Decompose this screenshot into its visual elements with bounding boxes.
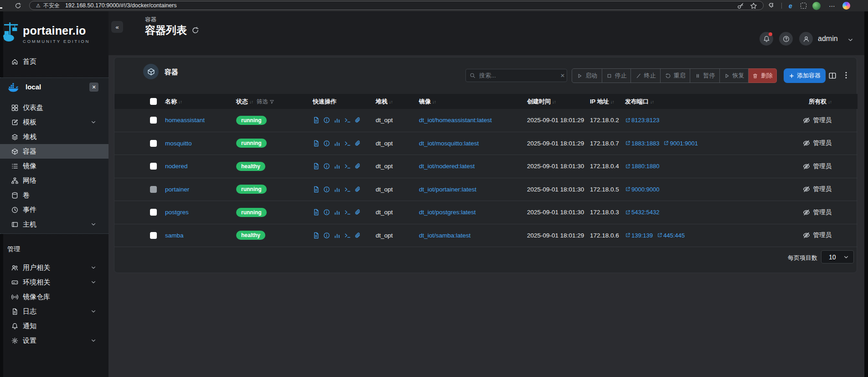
console-icon[interactable] <box>344 117 351 124</box>
column-header[interactable]: 名称↓↑ <box>160 98 233 106</box>
sidebar-item-events[interactable]: 事件 <box>0 202 108 217</box>
sidebar-item-logs[interactable]: 日志 <box>0 304 108 319</box>
sidebar-item-notifications[interactable]: 通知 <box>0 319 108 333</box>
sidebar-item-home[interactable]: 首页 <box>0 54 108 69</box>
sidebar-item-template[interactable]: 模板 <box>0 115 108 129</box>
image-link[interactable]: dt_iot/mosquitto:latest <box>419 140 479 147</box>
console-icon[interactable] <box>344 186 351 193</box>
clear-search-icon[interactable]: ✕ <box>560 72 565 79</box>
console-icon[interactable] <box>344 209 351 216</box>
select-all-checkbox[interactable] <box>150 98 157 105</box>
logs-icon[interactable] <box>313 117 320 124</box>
logs-icon[interactable] <box>313 186 320 193</box>
sidebar-item-networks[interactable]: 网络 <box>0 173 108 188</box>
logs-icon[interactable] <box>313 209 320 216</box>
remove-button-trash[interactable]: 删除 <box>749 68 777 83</box>
stats-icon[interactable] <box>334 117 341 124</box>
notifications-button[interactable] <box>760 32 773 46</box>
username[interactable]: admin <box>818 35 838 43</box>
attach-icon[interactable] <box>355 232 362 239</box>
sidebar-item-host[interactable]: 主机 <box>0 217 108 232</box>
page-size-select[interactable]: 10 <box>821 250 854 263</box>
image-link[interactable]: dt_iot/postgres:latest <box>419 209 476 216</box>
row-checkbox[interactable] <box>150 232 157 239</box>
sort-arrows-icon[interactable]: ↓↑ <box>828 99 832 104</box>
port-link[interactable]: 1880:1880 <box>625 163 659 170</box>
row-checkbox[interactable] <box>150 163 157 170</box>
sort-arrows-icon[interactable]: ↓↑ <box>650 99 654 104</box>
logs-icon[interactable] <box>313 163 320 170</box>
action-button-stop[interactable]: 停止 <box>602 68 631 83</box>
attach-icon[interactable] <box>355 209 362 216</box>
image-link[interactable]: dt_iot/nodered:latest <box>419 163 475 170</box>
more-menu-icon[interactable]: ⋯ <box>827 0 837 11</box>
stats-icon[interactable] <box>334 140 341 147</box>
stats-icon[interactable] <box>334 209 341 216</box>
sidebar-item-stacks[interactable]: 堆栈 <box>0 129 108 144</box>
port-link[interactable]: 139:139 <box>625 232 653 239</box>
sidebar-item-users[interactable]: 用户相关 <box>0 260 108 275</box>
column-header[interactable]: IP 地址↓↑ <box>586 98 623 106</box>
sidebar-collapse-button[interactable]: « <box>111 21 123 33</box>
column-header[interactable]: 创建时间↓↑ <box>520 98 586 106</box>
add-container-button[interactable]: 添加容器 <box>784 68 826 83</box>
refresh-icon[interactable] <box>191 26 199 34</box>
column-header[interactable]: 所有权↓↑ <box>698 98 858 106</box>
sort-arrows-icon[interactable]: ↓↑ <box>610 99 614 104</box>
chevron-down-icon[interactable] <box>847 36 854 43</box>
extensions-icon[interactable] <box>768 0 776 11</box>
close-environment-icon[interactable]: ✕ <box>89 83 98 92</box>
inspect-icon[interactable] <box>323 209 330 216</box>
port-link[interactable]: 9001:9001 <box>663 140 698 147</box>
sort-arrows-icon[interactable]: ↓↑ <box>249 99 253 104</box>
sort-arrows-icon[interactable]: ↓↑ <box>178 99 182 104</box>
logs-icon[interactable] <box>313 140 320 147</box>
sidebar-item-settings[interactable]: 设置 <box>0 333 108 348</box>
container-name-link[interactable]: samba <box>165 232 184 239</box>
sort-arrows-icon[interactable]: ↓↑ <box>389 99 393 104</box>
image-link[interactable]: dt_iot/homeassistant:latest <box>419 117 492 124</box>
url-text[interactable]: 192.168.50.170:9000/#!/3/docker/containe… <box>65 2 177 9</box>
stats-icon[interactable] <box>334 186 341 193</box>
address-bar[interactable]: ⚠ 不安全 192.168.50.170:9000/#!/3/docker/co… <box>29 1 764 10</box>
container-name-link[interactable]: postgres <box>165 209 189 216</box>
password-key-icon[interactable] <box>736 0 744 11</box>
portainer-logo[interactable]: portainer.io COMMUNITY EDITION <box>23 24 90 44</box>
profile-avatar[interactable] <box>812 0 821 11</box>
breadcrumb[interactable]: 容器 <box>145 16 156 24</box>
port-link[interactable]: 1883:1883 <box>625 140 659 147</box>
inspect-icon[interactable] <box>323 140 330 147</box>
inspect-icon[interactable] <box>323 117 330 124</box>
filter-button[interactable]: 筛选 <box>257 98 274 106</box>
console-icon[interactable] <box>344 232 351 239</box>
sidebar-item-registries[interactable]: 镜像仓库 <box>0 289 108 304</box>
reload-icon[interactable] <box>14 0 22 11</box>
attach-icon[interactable] <box>355 163 362 170</box>
user-menu-button[interactable] <box>799 32 813 46</box>
sidebar-item-dashboard[interactable]: 仪表盘 <box>0 100 108 115</box>
security-label[interactable]: 不安全 <box>43 2 60 10</box>
container-name-link[interactable]: portainer <box>165 186 189 193</box>
column-header[interactable]: 状态↓↑筛选 <box>233 98 306 106</box>
row-checkbox[interactable] <box>150 140 157 147</box>
action-button-slash[interactable]: 终止 <box>631 68 661 83</box>
port-link[interactable]: 8123:8123 <box>625 117 659 124</box>
environment-header[interactable]: local ✕ <box>0 78 108 97</box>
action-button-restart[interactable]: 重启 <box>661 68 690 83</box>
image-link[interactable]: dt_iot/portainer:latest <box>419 186 476 193</box>
port-link[interactable]: 445:445 <box>657 232 685 239</box>
inspect-icon[interactable] <box>323 186 330 193</box>
container-name-link[interactable]: nodered <box>165 163 188 170</box>
row-checkbox[interactable] <box>150 117 157 124</box>
ie-mode-icon[interactable]: e <box>786 0 795 11</box>
search-input[interactable] <box>478 72 560 79</box>
container-name-link[interactable]: homeassistant <box>165 117 205 124</box>
attach-icon[interactable] <box>355 140 362 147</box>
port-link[interactable]: 5432:5432 <box>625 209 659 216</box>
copilot-icon[interactable] <box>842 0 851 11</box>
column-header[interactable]: 镜像↓↑ <box>413 98 520 106</box>
sidebar-item-volumes[interactable]: 卷 <box>0 188 108 202</box>
action-button-pause[interactable]: 暂停 <box>690 68 720 83</box>
row-checkbox[interactable] <box>150 186 157 193</box>
columns-settings-icon[interactable] <box>828 72 837 80</box>
